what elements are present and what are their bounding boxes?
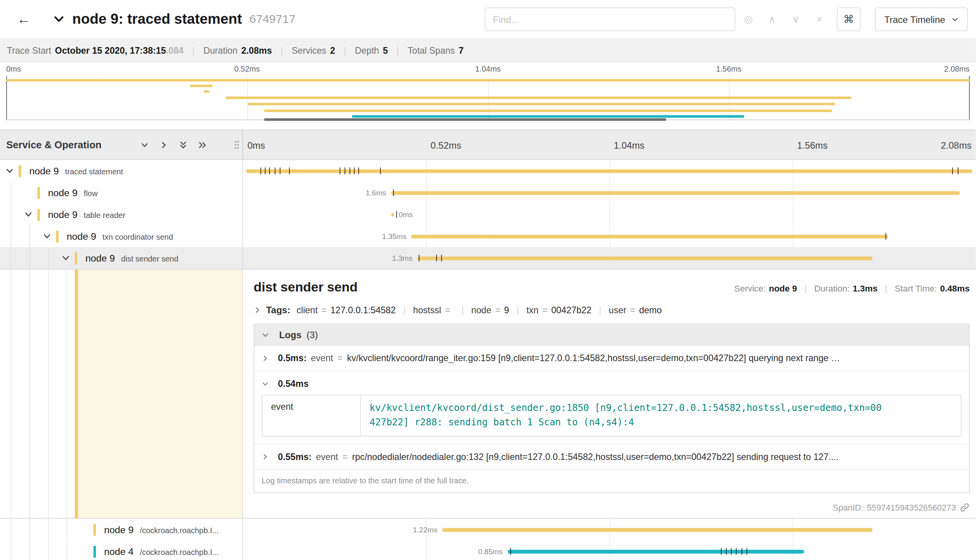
chevron-down-icon <box>262 380 269 387</box>
indent-guide <box>48 541 49 560</box>
span-color-chip <box>19 165 21 177</box>
tag-separator: | <box>403 305 405 315</box>
span-timeline-cell[interactable]: 1.6ms <box>243 182 976 204</box>
trace-view-selector[interactable]: Trace Timeline <box>875 7 967 31</box>
trace-summary-bar: Trace Start October 15 2020, 17:38:15.08… <box>0 39 976 62</box>
log-marker-tick <box>741 548 742 555</box>
span-timeline-cell[interactable]: 1.35ms <box>243 225 976 247</box>
span-detail-meta: Service:node 9 Duration:1.3ms Start Time… <box>734 283 969 293</box>
chevron-down-icon[interactable] <box>41 231 53 242</box>
logs-header[interactable]: Logs (3) <box>254 325 969 346</box>
span-operation-name: flow <box>84 189 98 198</box>
chevron-down-icon[interactable] <box>60 253 71 264</box>
find-input[interactable] <box>485 7 735 31</box>
minimap-canvas[interactable] <box>6 76 970 120</box>
services-value: 2 <box>330 45 335 55</box>
log-fields-table: event kv/kvclient/kvcoord/dist_sender.go… <box>262 395 962 436</box>
chevron-down-icon[interactable] <box>4 165 15 177</box>
span-row-table-reader[interactable]: node 9table reader 0ms <box>0 204 976 225</box>
indent-guide <box>48 270 49 518</box>
separator <box>396 45 399 55</box>
log-entry-collapsed[interactable]: 0.55ms: event = rpc/nodedialer/nodediale… <box>254 444 969 470</box>
timeline-header-left: Service & Operation <box>0 130 243 159</box>
tags-label: Tags: <box>266 304 290 315</box>
span-bar[interactable] <box>418 256 872 260</box>
duration-label: Duration <box>203 45 238 55</box>
duration-value: 2.08ms <box>241 45 272 55</box>
log-field-value: kv/kvclient/kvcoord/dist_sender.go:1850 … <box>361 395 961 435</box>
span-duration-label: 1.22ms <box>413 525 437 534</box>
log-entry-expanded[interactable]: 0.54ms event kv/kvclient/kvcoord/dist_se… <box>254 371 969 444</box>
span-timeline-cell[interactable]: 0ms <box>243 204 976 225</box>
log-timestamp: 0.55ms: <box>278 452 312 462</box>
span-row-flow[interactable]: node 9flow 1.6ms <box>0 182 976 204</box>
span-row-roachpb-node9[interactable]: node 9/cockroach.roachpb.I... 1.22ms <box>0 519 976 541</box>
log-marker-tick <box>354 167 354 174</box>
duration-value: 1.3ms <box>853 283 878 293</box>
minimap-scrubber-right[interactable] <box>969 76 970 119</box>
span-timeline-cell[interactable]: 0.85ms <box>243 541 976 560</box>
clear-search-icon[interactable]: × <box>814 14 825 25</box>
match-target-icon[interactable]: ◎ <box>743 14 754 25</box>
chevron-down-icon[interactable] <box>140 140 149 149</box>
logs-title: Logs <box>279 329 301 340</box>
span-name-column[interactable]: node 9/cockroach.roachpb.I... <box>0 519 243 541</box>
span-bar[interactable] <box>412 234 888 238</box>
span-bar[interactable] <box>442 528 872 532</box>
next-match-icon[interactable]: ∨ <box>790 14 802 25</box>
minimap-scrubber-left[interactable] <box>6 76 7 119</box>
span-bar[interactable] <box>246 169 972 173</box>
trace-collapse-chevron-icon[interactable] <box>53 13 65 25</box>
span-bar[interactable] <box>507 549 803 553</box>
span-color-chip <box>56 230 58 242</box>
double-chevron-right-icon[interactable] <box>198 140 207 149</box>
trace-minimap: 0ms 0.52ms 1.04ms 1.56ms 2.08ms <box>0 62 976 122</box>
indent-guide <box>29 270 30 518</box>
span-bar[interactable] <box>391 212 394 216</box>
span-row-dist-sender-send[interactable]: node 9dist sender send 1.3ms <box>0 247 976 269</box>
span-timeline-cell[interactable]: 1.3ms <box>243 247 976 269</box>
log-entry-collapsed[interactable]: 0.5ms: event = kv/kvclient/kvcoord/range… <box>254 346 969 371</box>
log-marker-tick <box>511 548 511 555</box>
span-name-column[interactable]: node 9flow <box>0 182 243 204</box>
prev-match-icon[interactable]: ∧ <box>766 14 778 25</box>
timeline-collapser <box>140 140 207 149</box>
indent-guide <box>29 541 30 560</box>
depth-value: 5 <box>383 45 388 55</box>
span-name-column[interactable]: node 9txn coordinator send <box>0 225 243 247</box>
keyboard-shortcuts-button[interactable]: ⌘ <box>837 7 861 31</box>
span-id-label: SpanID: <box>833 503 863 512</box>
span-name-column[interactable]: node 9traced statement <box>0 160 243 182</box>
span-service-name: node 9 <box>29 165 59 176</box>
span-name-column[interactable]: node 4/cockroach.roachpb.I... <box>0 541 243 560</box>
timeline-header: Service & Operation 0ms 0.52ms 1.04ms 1.… <box>0 130 976 160</box>
back-button[interactable]: ← <box>17 12 30 26</box>
span-row-roachpb-node4[interactable]: node 4/cockroach.roachpb.I... 0.85ms <box>0 541 976 560</box>
span-row-traced-statement[interactable]: node 9traced statement <box>0 160 976 182</box>
log-field-key: event <box>311 353 333 363</box>
link-icon[interactable] <box>960 502 970 513</box>
span-color-chip <box>93 524 96 535</box>
span-name-column[interactable]: node 9dist sender send <box>0 247 243 269</box>
span-row-txn-coordinator-send[interactable]: node 9txn coordinator send 1.35ms <box>0 225 976 247</box>
indent-guide <box>29 225 30 247</box>
column-resizer-grip[interactable] <box>234 140 240 150</box>
axis-tick-label: 2.08ms <box>944 65 970 73</box>
span-bar[interactable] <box>391 191 960 195</box>
indent-guide <box>11 225 11 247</box>
log-marker-tick <box>275 167 275 174</box>
log-field-key: event <box>316 452 338 462</box>
chevron-right-icon[interactable] <box>160 140 168 149</box>
axis-tick-label: 1.04ms <box>614 139 645 150</box>
span-timeline-cell[interactable] <box>243 160 976 182</box>
chevron-down-icon[interactable] <box>23 209 34 220</box>
log-marker-tick <box>340 167 340 174</box>
service-operation-header: Service & Operation <box>6 139 102 151</box>
span-timeline-cell[interactable]: 1.22ms <box>243 519 976 541</box>
gridline <box>426 541 427 560</box>
log-marker-tick <box>280 167 280 174</box>
tags-accordion-toggle[interactable]: Tags: client=127.0.0.1:54582|hostssl=|no… <box>254 304 969 315</box>
separator <box>885 283 887 293</box>
span-name-column[interactable]: node 9table reader <box>0 204 243 225</box>
double-chevron-down-icon[interactable] <box>179 140 187 149</box>
